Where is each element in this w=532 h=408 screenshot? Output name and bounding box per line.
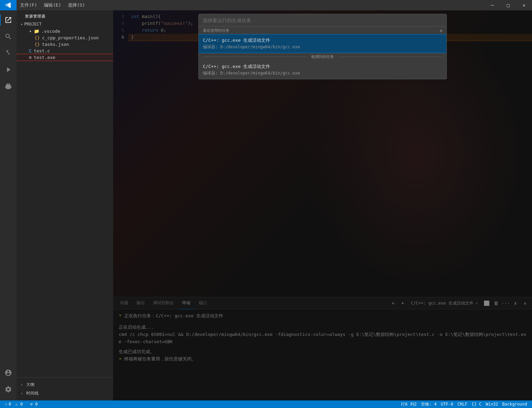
file-item-test-c[interactable]: C test.c — [17, 48, 113, 54]
file-name-test-c: test.c — [34, 48, 50, 53]
activity-source-control[interactable] — [0, 45, 17, 61]
activity-account[interactable] — [0, 365, 17, 381]
status-bar: ⑃ 0 ⚠ 0 ⊘ 0 行6 列2 空格: 4 UTF-8 CRLF {} C … — [0, 400, 532, 408]
close-button[interactable]: ✕ — [516, 0, 532, 10]
activity-settings[interactable] — [0, 381, 17, 398]
activity-run[interactable] — [0, 61, 17, 78]
vscode-logo — [0, 0, 17, 10]
gear-icon[interactable]: ⚙ — [440, 28, 442, 33]
maximize-button[interactable]: □ — [500, 0, 516, 10]
command-input-row — [199, 14, 446, 27]
status-encoding[interactable]: UTF-8 — [439, 400, 455, 408]
project-section[interactable]: ▾ PROJECT — [17, 20, 113, 28]
chevron-outline-icon: › — [21, 383, 23, 387]
sidebar-bottom: › 大纲 › 时间线 — [17, 377, 113, 400]
status-line-col[interactable]: 行6 列2 — [399, 400, 419, 408]
file-item-tasks-json[interactable]: {} tasks.json — [17, 41, 113, 48]
menu-bar: 文件(F) 编辑(E) 选择(S) — [17, 0, 88, 10]
detected-label: 检测到的任务 — [307, 53, 338, 61]
main-layout: 资源管理器 ▾ PROJECT ▾ 📁 .vscode {} c_cpp_pro… — [0, 10, 532, 400]
status-eol[interactable]: CRLF — [455, 400, 470, 408]
git-branch-label: 0 — [9, 402, 11, 407]
command-item-recent[interactable]: C/C++: gcc.exe 生成活动文件 编译器: D:/developer/… — [199, 34, 446, 53]
command-overlay: 最近使用的任务 ⚙ C/C++: gcc.exe 生成活动文件 编译器: D:/… — [113, 10, 532, 400]
command-item-detected[interactable]: C/C++: gcc.exe 生成活动文件 编译器: D:/developer/… — [199, 61, 446, 79]
menu-select[interactable]: 选择(S) — [65, 0, 88, 10]
file-item-vscode[interactable]: ▾ 📁 .vscode — [17, 28, 113, 34]
status-spaces[interactable]: 空格: 4 — [419, 400, 439, 408]
menu-file[interactable]: 文件(F) — [17, 0, 40, 10]
command-divider: 检测到的任务 — [199, 53, 446, 61]
label-right: ⚙ — [440, 28, 442, 33]
command-item-title-detected: C/C++: gcc.exe 生成活动文件 — [203, 63, 442, 70]
exe-icon: ≡ — [29, 55, 32, 60]
sidebar: 资源管理器 ▾ PROJECT ▾ 📁 .vscode {} c_cpp_pro… — [17, 10, 113, 400]
minimize-button[interactable]: ─ — [484, 0, 500, 10]
json-icon: {} — [35, 35, 40, 40]
chevron-folder-icon: ▾ — [29, 29, 32, 34]
timeline-section[interactable]: › 时间线 — [17, 389, 113, 398]
file-item-c-cpp-properties[interactable]: {} c_cpp_properties.json — [17, 34, 113, 41]
activity-extensions[interactable] — [0, 78, 17, 94]
divider-line-2 — [338, 57, 442, 57]
status-background[interactable]: Background — [500, 400, 529, 408]
activity-search[interactable] — [0, 28, 17, 45]
status-platform[interactable]: Win32 — [484, 400, 500, 408]
divider-line — [203, 57, 307, 57]
window-controls: ─ □ ✕ — [484, 0, 532, 10]
recent-section-label: 最近使用的任务 ⚙ — [199, 27, 446, 34]
command-input[interactable] — [203, 18, 442, 23]
outline-section[interactable]: › 大纲 — [17, 380, 113, 389]
command-item-subtitle-recent: 编译器: D:/developer/mingw64/bin/gcc.exe — [203, 44, 442, 50]
activity-explorer[interactable] — [0, 12, 17, 28]
status-errors[interactable]: ⚠ 0 ⊘ 0 — [13, 400, 40, 408]
activity-bar-bottom — [0, 365, 17, 400]
command-item-subtitle-detected: 编译器: D:/developer/mingw64/bin/gcc.exe — [203, 70, 442, 76]
outline-label: 大纲 — [26, 382, 35, 388]
recent-label-text: 最近使用的任务 — [203, 28, 229, 33]
git-branch-icon: ⑃ — [5, 402, 7, 407]
file-item-test-exe[interactable]: ≡ test.exe — [17, 54, 113, 61]
status-git[interactable]: ⑃ 0 — [3, 400, 13, 408]
file-name-c-cpp-properties: c_cpp_properties.json — [42, 35, 99, 40]
json-icon-2: {} — [35, 42, 40, 47]
chevron-timeline-icon: › — [21, 391, 23, 395]
command-section-detected: C/C++: gcc.exe 生成活动文件 编译器: D:/developer/… — [199, 61, 446, 79]
timeline-label: 时间线 — [26, 390, 39, 396]
folder-icon: 📁 — [34, 29, 39, 34]
sidebar-title: 资源管理器 — [17, 10, 113, 20]
file-name-tasks-json: tasks.json — [42, 42, 69, 47]
project-name: PROJECT — [24, 22, 42, 27]
command-section-recent: 最近使用的任务 ⚙ C/C++: gcc.exe 生成活动文件 编译器: D:/… — [199, 27, 446, 53]
title-bar: 文件(F) 编辑(E) 选择(S) ─ □ ✕ — [0, 0, 532, 10]
status-language[interactable]: {} C — [470, 400, 484, 408]
editor-area: 最近使用的任务 ⚙ C/C++: gcc.exe 生成活动文件 编译器: D:/… — [113, 10, 532, 400]
activity-bar — [0, 10, 17, 400]
file-tree: ▾ 📁 .vscode {} c_cpp_properties.json {} … — [17, 28, 113, 377]
file-name-test-exe: test.exe — [34, 55, 56, 60]
c-icon: C — [29, 48, 32, 53]
command-palette: 最近使用的任务 ⚙ C/C++: gcc.exe 生成活动文件 编译器: D:/… — [198, 14, 447, 79]
chevron-icon: ▾ — [21, 22, 23, 26]
menu-edit[interactable]: 编辑(E) — [40, 0, 64, 10]
file-name-vscode: .vscode — [41, 29, 60, 34]
command-item-title-recent: C/C++: gcc.exe 生成活动文件 — [203, 37, 442, 43]
